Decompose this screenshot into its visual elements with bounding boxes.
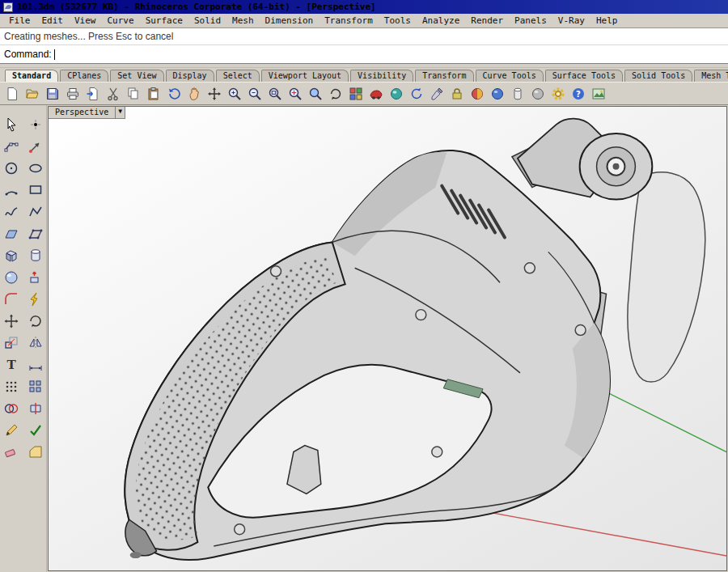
extrude-icon	[28, 269, 44, 286]
tab-curve-tools[interactable]: Curve Tools	[476, 70, 544, 82]
menu-mesh[interactable]: Mesh	[226, 15, 260, 27]
zoom-extents-button[interactable]	[286, 84, 305, 104]
layer-grid-button[interactable]	[346, 84, 366, 104]
zoom-window-button[interactable]	[265, 84, 285, 104]
render-button[interactable]	[366, 84, 386, 104]
sphere-blue-button[interactable]	[488, 84, 507, 104]
cut-button[interactable]	[104, 84, 123, 104]
viewport-title[interactable]: Perspective	[49, 107, 116, 119]
title-bar[interactable]: 101.3dm (532677 KB) - Rhinoceros Corpora…	[0, 0, 728, 14]
paste-button[interactable]	[144, 84, 163, 104]
rectangle-tool-button[interactable]	[26, 180, 45, 200]
landscape-button[interactable]	[589, 84, 608, 104]
zoom-selected-button[interactable]	[306, 84, 325, 104]
main-area: T Perspective ▼	[0, 105, 728, 572]
polyline-tool-button[interactable]	[26, 202, 45, 222]
menu-render[interactable]: Render	[465, 15, 509, 27]
menu-analyze[interactable]: Analyze	[417, 15, 465, 27]
help-button[interactable]: ?	[569, 84, 588, 104]
pan-hand-button[interactable]	[184, 84, 204, 104]
print-button[interactable]	[63, 84, 83, 104]
freeform-curve-button[interactable]	[2, 202, 21, 222]
rotate-tool-button[interactable]	[26, 311, 45, 331]
menu-tools[interactable]: Tools	[379, 15, 417, 27]
tab-visibility[interactable]: Visibility	[350, 70, 413, 82]
explode-tool-button[interactable]	[26, 290, 45, 309]
mirror-tool-button[interactable]	[26, 333, 45, 353]
menu-transform[interactable]: Transform	[319, 15, 379, 27]
material-ball-button[interactable]	[468, 84, 487, 104]
menu-solid[interactable]: Solid	[188, 15, 226, 27]
check-tool-button[interactable]	[26, 421, 45, 440]
export-file-button[interactable]	[83, 84, 103, 104]
arc-icon	[3, 182, 19, 198]
text-tool-button[interactable]: T	[2, 355, 21, 375]
menu-vray[interactable]: V-Ray	[552, 15, 590, 27]
cylinder-button[interactable]	[508, 84, 527, 104]
app-icon[interactable]	[3, 2, 13, 12]
menu-surface[interactable]: Surface	[140, 15, 188, 27]
tab-select[interactable]: Select	[216, 70, 260, 82]
menu-panels[interactable]: Panels	[509, 15, 552, 27]
move-tool-button[interactable]	[2, 311, 21, 331]
copy-icon	[126, 87, 141, 101]
point-tool-button[interactable]	[26, 115, 45, 134]
pencil-tool-button[interactable]	[2, 421, 21, 440]
rotate-view-button[interactable]	[326, 84, 345, 104]
tab-display[interactable]: Display	[166, 70, 214, 82]
command-input[interactable]: Command:	[0, 45, 728, 64]
ellipse-tool-button[interactable]	[26, 159, 45, 178]
dimension-icon	[28, 357, 44, 373]
options-gear-button[interactable]	[548, 84, 568, 104]
sphere-tool-button[interactable]	[2, 268, 21, 287]
menu-curve[interactable]: Curve	[102, 15, 140, 27]
move-button[interactable]	[205, 84, 224, 104]
menu-view[interactable]: View	[69, 15, 102, 27]
extrude-tool-button[interactable]	[26, 268, 45, 287]
eraser-tool-button[interactable]	[2, 443, 21, 462]
tab-surface-tools[interactable]: Surface Tools	[545, 70, 623, 82]
copy-button[interactable]	[124, 84, 143, 104]
menu-help[interactable]: Help	[590, 15, 624, 27]
perspective-viewport[interactable]: Perspective ▼	[48, 106, 727, 571]
lock-button[interactable]	[447, 84, 467, 104]
tab-set-view[interactable]: Set View	[110, 70, 163, 82]
circle-tool-button[interactable]	[2, 159, 21, 178]
adjust-handle-button[interactable]	[26, 137, 45, 156]
tab-solid-tools[interactable]: Solid Tools	[624, 70, 692, 82]
new-file-button[interactable]	[2, 84, 22, 104]
zoom-in-button[interactable]	[225, 84, 244, 104]
dimension-tool-button[interactable]	[26, 355, 45, 375]
pointer-tool-button[interactable]	[2, 115, 21, 134]
shaded-view-button[interactable]	[387, 84, 406, 104]
fillet-tool-button[interactable]	[2, 290, 21, 309]
scale-tool-button[interactable]	[2, 333, 21, 353]
save-file-button[interactable]	[43, 84, 62, 104]
menu-dimension[interactable]: Dimension	[260, 15, 320, 27]
undo-button[interactable]	[164, 84, 184, 104]
control-point-curve-button[interactable]	[2, 137, 21, 156]
sphere-gray-button[interactable]	[528, 84, 548, 104]
box-tool-button[interactable]	[2, 246, 21, 265]
zoom-out-button[interactable]	[245, 84, 265, 104]
chamfer-tool-button[interactable]	[26, 443, 45, 462]
surface-tool-button[interactable]	[2, 224, 21, 244]
edge-surface-button[interactable]	[26, 224, 45, 244]
tab-cplanes[interactable]: CPlanes	[60, 70, 108, 82]
tab-transform[interactable]: Transform	[415, 70, 473, 82]
cylinder-tool-button[interactable]	[26, 246, 45, 265]
viewport-menu-arrow-icon[interactable]: ▼	[116, 107, 125, 119]
menu-edit[interactable]: Edit	[36, 15, 70, 27]
arc-tool-button[interactable]	[2, 180, 21, 200]
tab-viewport-layout[interactable]: Viewport Layout	[261, 70, 349, 82]
array-tool-button[interactable]	[26, 377, 45, 396]
tab-mesh-tools[interactable]: Mesh Tools	[694, 70, 728, 82]
tab-standard[interactable]: Standard	[5, 70, 58, 82]
split-tool-button[interactable]	[26, 399, 45, 418]
curve-boolean-button[interactable]	[2, 399, 21, 418]
point-grid-button[interactable]	[2, 377, 21, 396]
menu-file[interactable]: File	[3, 15, 36, 27]
rotate-ccw-button[interactable]	[407, 84, 426, 104]
open-file-button[interactable]	[23, 84, 42, 104]
eyedropper-button[interactable]	[427, 84, 447, 104]
